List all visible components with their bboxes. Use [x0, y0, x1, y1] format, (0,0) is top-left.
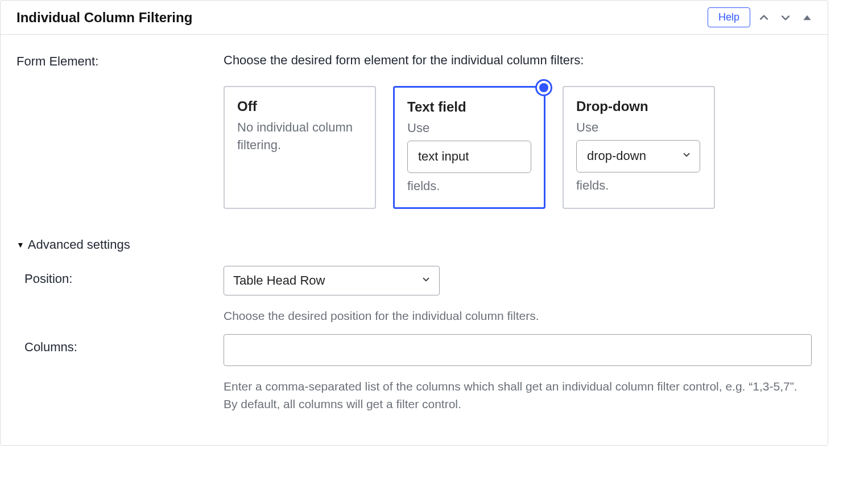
panel-body: Form Element: Choose the desired form el… — [1, 35, 828, 445]
panel-header: Individual Column Filtering Help — [1, 1, 828, 35]
card-dd-select-example: drop-down — [576, 140, 700, 172]
card-drop-down[interactable]: Drop-down Use drop-down fields. — [563, 86, 715, 209]
svg-marker-0 — [803, 15, 811, 19]
position-select[interactable]: Table Head Row — [224, 266, 440, 295]
card-text-pre: Use — [407, 121, 429, 135]
move-down-icon[interactable] — [778, 10, 793, 26]
header-actions: Help — [708, 7, 815, 27]
panel-title: Individual Column Filtering — [16, 10, 192, 26]
columns-input[interactable] — [224, 334, 812, 366]
card-dd-pre: Use — [576, 120, 598, 134]
move-up-icon[interactable] — [756, 10, 772, 26]
position-label: Position: — [24, 266, 224, 286]
chevron-down-icon — [421, 273, 431, 288]
card-dd-title: Drop-down — [576, 98, 701, 114]
help-button[interactable]: Help — [708, 7, 750, 27]
panel-individual-column-filtering: Individual Column Filtering Help Form El… — [0, 0, 828, 446]
card-off[interactable]: Off No individual column filtering. — [224, 86, 376, 209]
card-text-input-example: text input — [407, 141, 531, 173]
position-select-value: Table Head Row — [233, 273, 325, 288]
selected-radio-icon — [535, 79, 552, 96]
columns-helper: Enter a comma-separated list of the colu… — [224, 377, 812, 413]
card-text-field[interactable]: Text field Use text input fields. — [393, 86, 545, 209]
advanced-settings-toggle[interactable]: ▼ Advanced settings — [16, 237, 130, 252]
form-element-intro: Choose the desired form element for the … — [224, 53, 812, 68]
advanced-settings-label: Advanced settings — [28, 237, 130, 252]
card-text-post: fields. — [407, 179, 440, 193]
card-dd-post: fields. — [576, 178, 609, 192]
card-dd-select-value: drop-down — [587, 147, 646, 165]
card-text-title: Text field — [407, 99, 531, 115]
chevron-down-icon — [681, 147, 692, 165]
columns-label: Columns: — [24, 334, 224, 355]
collapse-icon[interactable] — [799, 10, 815, 26]
form-element-cards: Off No individual column filtering. Text… — [224, 86, 812, 209]
position-helper: Choose the desired position for the indi… — [224, 307, 812, 325]
card-off-sub: No individual column filtering. — [237, 119, 362, 154]
card-off-title: Off — [237, 98, 362, 114]
triangle-down-icon: ▼ — [16, 241, 24, 249]
form-element-label: Form Element: — [16, 53, 224, 69]
